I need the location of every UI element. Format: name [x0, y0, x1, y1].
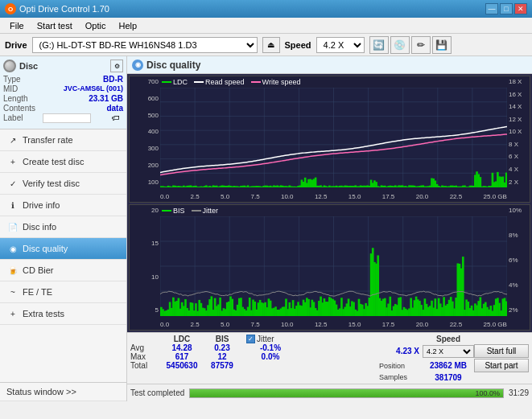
bis-color-swatch	[162, 210, 171, 212]
disc-icon	[3, 60, 16, 72]
main-layout: Disc ⚙ Type BD-R MID JVC-AMS6L (001) Len…	[0, 56, 532, 401]
legend-jitter: Jitter	[192, 207, 219, 215]
stats-right-header: Speed	[379, 335, 529, 343]
progress-time: 31:29	[509, 388, 529, 397]
write-button[interactable]: ✏	[411, 36, 431, 54]
disc-info-header: Disc ⚙	[3, 60, 123, 72]
sidebar-item-verify-test-disc[interactable]: ✓ Verify test disc	[0, 173, 126, 195]
stats-right-container: Speed 4.23 X 4.2 X Start full Position 2…	[379, 335, 529, 382]
sidebar-item-fe-te[interactable]: ~ FE / TE	[0, 281, 126, 303]
sidebar-item-label-extra-tests: Extra tests	[23, 309, 64, 318]
charts-container: LDC Read speed Write speed 700 600 500	[127, 74, 532, 332]
sidebar-item-label-disc-quality: Disc quality	[23, 244, 68, 253]
legend-write-speed: Write speed	[251, 78, 301, 86]
disc-row-mid: MID JVC-AMS6L (001)	[3, 84, 123, 93]
menu-start-test[interactable]: Start test	[31, 19, 79, 32]
disc-contents-label: Contents	[3, 104, 35, 113]
chart1-canvas	[160, 88, 507, 187]
cd-bier-icon: 🍺	[6, 264, 19, 277]
start-part-button[interactable]: Start part	[474, 359, 529, 372]
menu-file[interactable]: File	[3, 19, 31, 32]
start-full-button[interactable]: Start full	[474, 344, 529, 358]
progress-percent-text: 100.0%	[475, 389, 500, 397]
maximize-button[interactable]: □	[500, 3, 513, 14]
status-window-button[interactable]: Status window >>	[0, 383, 126, 401]
stats-position-row: Position 23862 MB Start part	[379, 359, 529, 372]
window-controls[interactable]: — □ ✕	[485, 3, 527, 14]
sidebar-item-create-test-disc[interactable]: + Create test disc	[0, 151, 126, 173]
menu-help[interactable]: Help	[112, 19, 143, 32]
jitter-header-label: Jitter	[257, 335, 274, 343]
transfer-rate-icon: ↗	[6, 134, 19, 146]
disc-info-icon: 📄	[6, 220, 19, 233]
speed-col-header: Speed	[423, 335, 474, 343]
create-test-disc-icon: +	[6, 155, 19, 168]
disc-settings-icon[interactable]: ⚙	[110, 60, 123, 72]
sidebar-item-drive-info[interactable]: ℹ Drive info	[0, 195, 126, 216]
stats-header: LDC BIS Jitter	[130, 335, 373, 343]
speed-select[interactable]: 4.2 X	[316, 37, 365, 53]
disc-label-icon[interactable]: 🏷	[112, 113, 123, 125]
sidebar-item-extra-tests[interactable]: + Extra tests	[0, 303, 126, 325]
chart1-y-axis-right: 18 X 16 X 14 X 12 X 10 X 8 X 6 X 4 X 2 X	[507, 76, 530, 186]
write-speed-color-swatch	[251, 81, 261, 83]
avg-jitter: -0.1%	[246, 343, 295, 352]
disc-type-value: BD-R	[103, 75, 123, 84]
max-jitter: 0.0%	[246, 352, 295, 361]
disc-rows: Type BD-R MID JVC-AMS6L (001) Length 23.…	[3, 75, 123, 125]
sidebar-item-disc-quality[interactable]: ◉ Disc quality	[0, 238, 126, 260]
eject-button[interactable]: ⏏	[262, 37, 280, 53]
sidebar-item-label-create-test-disc: Create test disc	[23, 157, 84, 166]
legend-ldc: LDC	[162, 78, 188, 86]
jitter-checkbox[interactable]	[246, 335, 255, 343]
disc-section-title: Disc	[19, 61, 38, 71]
chart2-x-axis: 0.0 2.5 5.0 7.5 10.0 12.5 15.0 17.5 20.0…	[160, 321, 507, 328]
app-title: Opti Drive Control 1.70	[19, 4, 109, 14]
avg-ldc: 14.28	[159, 343, 204, 352]
stats-speed-row: 4.23 X 4.2 X Start full	[379, 344, 529, 358]
sidebar: Disc ⚙ Type BD-R MID JVC-AMS6L (001) Len…	[0, 56, 127, 401]
refresh-button[interactable]: 🔄	[369, 36, 389, 54]
position-label: Position	[379, 362, 423, 370]
chart2-y-axis-right: 10% 8% 6% 4% 2%	[507, 205, 530, 314]
toolbar-icons: 🔄 💿 ✏ 💾	[369, 36, 452, 54]
sidebar-item-label-drive-info: Drive info	[23, 200, 60, 210]
disc-row-label: Label 🏷	[3, 113, 123, 125]
legend-ldc-label: LDC	[173, 78, 188, 86]
app-icon: O	[5, 3, 16, 14]
sidebar-item-transfer-rate[interactable]: ↗ Transfer rate	[0, 129, 126, 151]
menu-optic[interactable]: Optic	[79, 19, 113, 32]
disc-label-value[interactable]	[43, 113, 91, 123]
legend-read-speed: Read speed	[194, 78, 245, 86]
progress-label: Test completed	[130, 388, 184, 397]
chart2: BIS Jitter 20 15 10 5 10% 8% 6%	[129, 204, 530, 331]
avg-speed-value: 4.23 X	[379, 347, 423, 355]
drive-select[interactable]: (G:) HL-DT-ST BD-RE WH16NS48 1.D3	[32, 37, 258, 53]
stats-samples-row: Samples 381709	[379, 373, 529, 382]
minimize-button[interactable]: —	[485, 3, 498, 14]
jitter-checkbox-container[interactable]: Jitter	[246, 335, 295, 343]
save-button[interactable]: 💾	[432, 36, 452, 54]
stats-table-container: LDC BIS Jitter Avg 14.28 0.2	[130, 335, 373, 382]
verify-test-disc-icon: ✓	[6, 177, 19, 190]
read-speed-color-swatch	[194, 81, 204, 83]
titlebar: O Opti Drive Control 1.70 — □ ✕	[0, 0, 532, 18]
chart2-canvas	[160, 216, 507, 316]
avg-bis: 0.23	[204, 343, 240, 352]
fe-te-icon: ~	[6, 285, 19, 298]
sidebar-item-disc-info[interactable]: 📄 Disc info	[0, 216, 126, 238]
sidebar-item-cd-bier[interactable]: 🍺 CD Bier	[0, 260, 126, 281]
drivebar: Drive (G:) HL-DT-ST BD-RE WH16NS48 1.D3 …	[0, 34, 532, 56]
disc-quality-header: ◉ Disc quality	[127, 56, 532, 74]
disc-quality-title: Disc quality	[146, 60, 200, 71]
content-area: ◉ Disc quality LDC Read speed	[127, 56, 532, 401]
chart1-legend: LDC Read speed Write speed	[162, 78, 300, 86]
disc-type-label: Type	[3, 75, 21, 84]
disc-button[interactable]: 💿	[390, 36, 410, 54]
disc-mid-value: JVC-AMS6L (001)	[64, 84, 123, 93]
close-button[interactable]: ✕	[514, 3, 527, 14]
stats-max-row: Max 617 12 0.0%	[130, 352, 373, 361]
stats-bar: LDC BIS Jitter Avg 14.28 0.2	[127, 332, 532, 384]
sidebar-item-label-fe-te: FE / TE	[23, 287, 52, 297]
speed-dropdown[interactable]: 4.2 X	[423, 345, 474, 358]
